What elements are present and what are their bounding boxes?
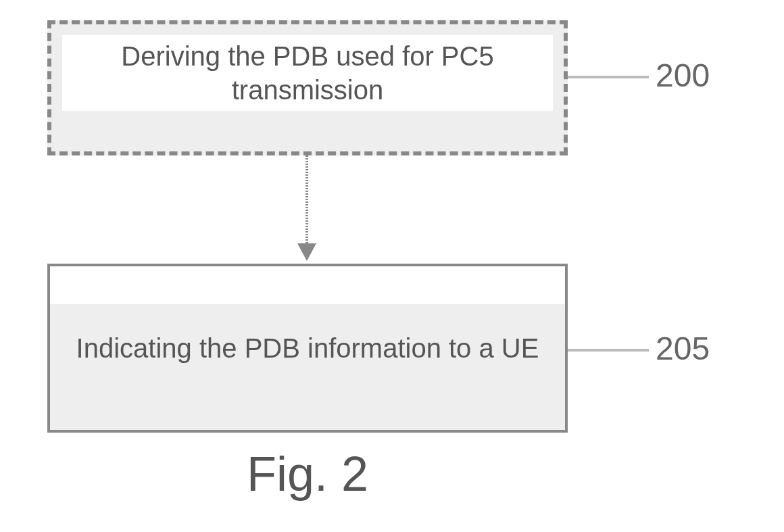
ref-200: 200 [656, 57, 710, 94]
arrow-down-icon [297, 243, 316, 261]
callout-line-200 [568, 76, 649, 78]
step-205-text: Indicating the PDB information to a UE [76, 331, 539, 365]
step-205-box: Indicating the PDB information to a UE [47, 264, 568, 433]
arrow-shaft [305, 155, 308, 250]
flowchart-figure: Deriving the PDB used for PC5 transmissi… [0, 0, 784, 532]
step-200-text: Deriving the PDB used for PC5 transmissi… [89, 39, 526, 107]
step-205-whitecap [50, 266, 565, 304]
callout-line-205 [568, 349, 649, 352]
ref-205: 205 [656, 330, 710, 367]
step-200-inner: Deriving the PDB used for PC5 transmissi… [62, 35, 553, 111]
step-200-box: Deriving the PDB used for PC5 transmissi… [47, 20, 568, 155]
figure-caption: Fig. 2 [0, 446, 615, 502]
